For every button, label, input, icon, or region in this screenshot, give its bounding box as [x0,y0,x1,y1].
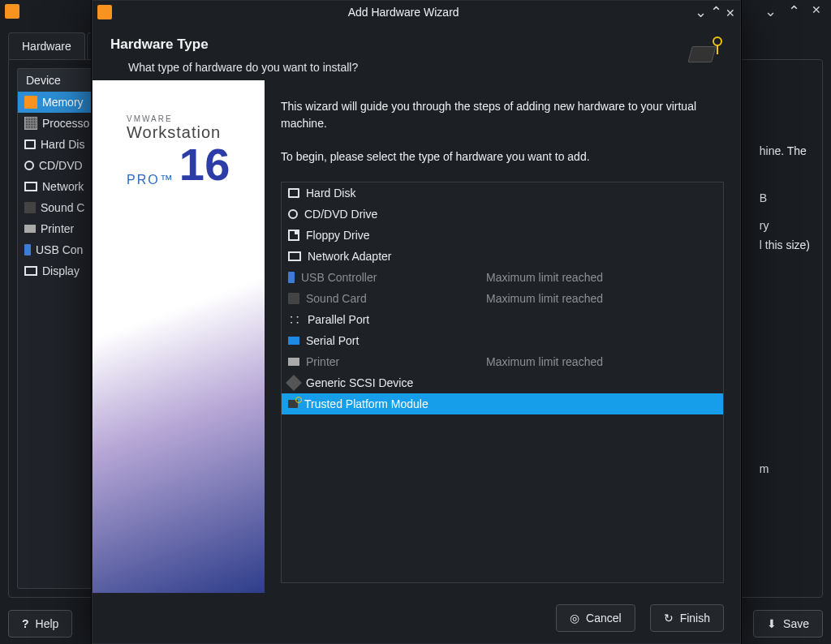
scsi-icon [286,375,302,391]
wizard-intro-1: This wizard will guide you through the s… [281,98,724,132]
hw-option-parallel-port[interactable]: Parallel Port [282,309,723,330]
save-button[interactable]: Save [753,610,823,638]
prn-icon [288,358,299,366]
tab-hardware[interactable]: Hardware [8,32,85,59]
hw-option-label: CD/DVD Drive [304,208,377,221]
wizard-subheading: What type of hardware do you want to ins… [110,61,682,74]
wizard-header: Hardware Type What type of hardware do y… [93,24,740,80]
banner-version-number: 16 [179,142,230,187]
device-label: Display [42,264,80,277]
device-label: Memory [42,96,84,109]
hw-option-label: Floppy Drive [306,229,370,242]
wizard-heading: Hardware Type [110,36,682,53]
hw-option-trusted-platform-module[interactable]: Trusted Platform Module [282,393,723,414]
net-icon [288,251,301,261]
device-label: Hard Dis [41,138,84,151]
par-icon [288,313,301,326]
device-label: USB Con [36,243,83,256]
banner-pro-label: PRO™ [127,173,174,187]
wizard-titlebar: Add Hardware Wizard [93,1,740,24]
hardware-chip-key-icon [690,36,722,62]
wizard-button-bar: Cancel Finish [93,593,740,643]
hw-option-label: Hard Disk [306,187,355,200]
usb-icon [288,272,295,283]
hw-option-cd-dvd-drive[interactable]: CD/DVD Drive [282,204,723,225]
minimize-icon[interactable] [695,3,707,21]
mem-icon [24,96,37,109]
rect-icon [24,140,36,149]
hw-option-label: Trusted Platform Module [304,397,428,410]
wizard-title: Add Hardware Wizard [112,6,695,19]
device-label: Network [42,180,84,193]
cancel-button[interactable]: Cancel [556,604,635,632]
question-icon [22,617,29,630]
hw-option-label: USB Controller [301,271,377,284]
hw-option-label: Generic SCSI Device [306,376,413,389]
cpu-icon [24,117,37,130]
help-button[interactable]: Help [8,610,72,638]
device-label: Sound C [41,201,84,214]
hw-option-label: Sound Card [306,292,367,305]
usb-icon [24,244,31,255]
hw-option-generic-scsi-device[interactable]: Generic SCSI Device [282,372,723,393]
add-hardware-wizard: Add Hardware Wizard Hardware Type What t… [92,0,741,644]
finish-button[interactable]: Finish [650,604,724,632]
snd-icon [288,293,299,304]
parent-window-controls [764,2,826,20]
close-icon[interactable] [812,2,821,20]
close-icon[interactable] [726,6,735,20]
hw-option-label: Printer [306,355,339,368]
ser-icon [288,337,299,345]
device-label: Printer [41,222,74,235]
download-icon [767,617,777,630]
wizard-intro-2: To begin, please select the type of hard… [281,148,724,165]
hw-option-printer: PrinterMaximum limit reached [282,351,723,372]
disp-icon [24,266,37,276]
hw-option-serial-port[interactable]: Serial Port [282,330,723,351]
wizard-window-controls [695,3,735,21]
maximize-icon[interactable] [788,2,800,20]
minimize-icon[interactable] [764,2,777,20]
net-icon [24,182,37,191]
tpm-icon [288,400,298,408]
device-label: CD/DVD [39,159,83,172]
prn-icon [24,225,36,233]
hw-option-hard-disk[interactable]: Hard Disk [282,182,723,204]
hw-option-label: Serial Port [306,334,359,347]
vmware-app-icon [97,5,112,19]
flop-icon [288,230,299,241]
right-panel-fragment: hine. The B ry l this size) m [760,138,810,482]
wizard-side-banner: VMWARE Workstation PRO™ 16 [93,80,265,593]
rect-icon [288,188,299,198]
maximize-icon[interactable] [710,3,722,21]
cancel-icon [570,612,579,625]
vmware-app-icon [5,4,19,19]
hardware-type-list[interactable]: Hard DiskCD/DVD DriveFloppy DriveNetwork… [281,182,724,583]
hw-option-label: Network Adapter [308,250,392,263]
hw-option-network-adapter[interactable]: Network Adapter [282,246,723,267]
hw-option-status: Maximum limit reached [486,271,717,284]
circ-icon [24,161,34,170]
device-label: Processo [42,117,89,130]
hw-option-status: Maximum limit reached [486,292,717,305]
snd-icon [24,202,36,213]
hw-option-floppy-drive[interactable]: Floppy Drive [282,225,723,246]
circ-icon [288,209,298,219]
finish-icon [664,612,674,625]
hw-option-usb-controller: USB ControllerMaximum limit reached [282,267,723,288]
hw-option-sound-card: Sound CardMaximum limit reached [282,288,723,309]
hw-option-label: Parallel Port [308,313,369,326]
banner-vmware-label: VMWARE [127,114,230,123]
hw-option-status: Maximum limit reached [486,355,717,368]
